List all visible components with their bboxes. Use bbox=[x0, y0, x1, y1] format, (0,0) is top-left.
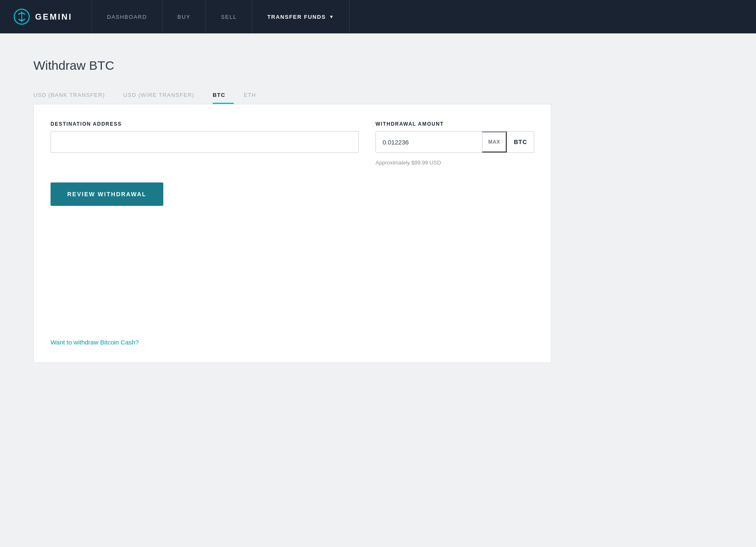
tab-btc[interactable]: BTC bbox=[213, 88, 233, 104]
amount-input-wrapper: MAX BTC bbox=[375, 131, 534, 153]
destination-address-label: DESTINATION ADDRESS bbox=[51, 121, 359, 127]
currency-badge: BTC bbox=[507, 132, 534, 152]
nav-buy[interactable]: BUY bbox=[162, 0, 206, 33]
max-button[interactable]: MAX bbox=[482, 132, 507, 152]
form-row: DESTINATION ADDRESS WITHDRAWAL AMOUNT MA… bbox=[51, 121, 534, 166]
navbar: GEMINI DASHBOARD BUY SELL TRANSFER FUNDS… bbox=[0, 0, 756, 33]
bitcoin-cash-link[interactable]: Want to withdraw Bitcoin Cash? bbox=[51, 339, 139, 346]
nav-sell[interactable]: SELL bbox=[206, 0, 252, 33]
chevron-down-icon: ▼ bbox=[329, 14, 334, 19]
nav-links: DASHBOARD BUY SELL TRANSFER FUNDS ▼ bbox=[92, 0, 756, 33]
main-content: Withdraw BTC USD (BANK TRANSFER) USD (WI… bbox=[0, 33, 585, 388]
page-title: Withdraw BTC bbox=[33, 58, 551, 73]
review-withdrawal-button[interactable]: REVIEW WITHDRAWAL bbox=[51, 182, 163, 206]
withdrawal-amount-group: WITHDRAWAL AMOUNT MAX BTC Approximately … bbox=[375, 121, 534, 166]
gemini-logo-icon bbox=[13, 8, 30, 25]
nav-dashboard[interactable]: DASHBOARD bbox=[92, 0, 162, 33]
brand-name: GEMINI bbox=[35, 12, 72, 22]
tab-eth[interactable]: ETH bbox=[244, 88, 265, 104]
logo[interactable]: GEMINI bbox=[0, 0, 92, 33]
withdrawal-amount-label: WITHDRAWAL AMOUNT bbox=[375, 121, 534, 127]
nav-transfer-funds[interactable]: TRANSFER FUNDS ▼ bbox=[252, 0, 350, 33]
form-card: DESTINATION ADDRESS WITHDRAWAL AMOUNT MA… bbox=[33, 104, 551, 363]
destination-address-group: DESTINATION ADDRESS bbox=[51, 121, 359, 153]
withdrawal-tabs: USD (BANK TRANSFER) USD (WIRE TRANSFER) … bbox=[33, 88, 551, 104]
tab-usd-wire[interactable]: USD (WIRE TRANSFER) bbox=[123, 88, 203, 104]
approx-value: Approximately $99.99 USD bbox=[375, 160, 534, 166]
destination-address-input[interactable] bbox=[51, 131, 359, 153]
tab-usd-bank[interactable]: USD (BANK TRANSFER) bbox=[33, 88, 113, 104]
withdrawal-amount-input[interactable] bbox=[376, 132, 482, 152]
